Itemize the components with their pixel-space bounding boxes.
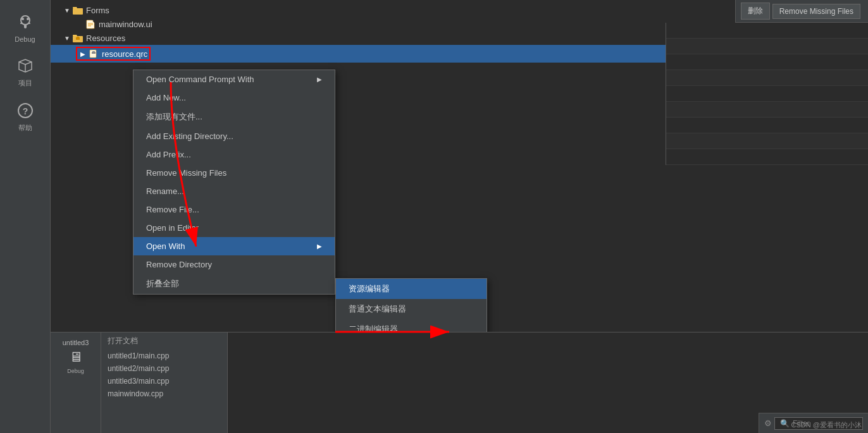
right-content-rows: [666, 23, 868, 165]
watermark: CSDN @爱看书的小沐: [791, 420, 862, 430]
context-menu-item-fold-all[interactable]: 折叠全部: [133, 274, 335, 294]
submenu-item-resource-editor[interactable]: 资源编辑器: [336, 279, 487, 299]
svg-rect-4: [20, 23, 23, 24]
svg-rect-3: [24, 24, 27, 28]
forms-label: Forms: [86, 6, 109, 15]
bottom-sidebar-section: untitled3 🖥 Debug: [51, 332, 101, 433]
submenu-item-binary-editor[interactable]: 二进制编辑器: [336, 319, 487, 332]
svg-point-1: [22, 18, 24, 20]
text-editor-label: 普通文本编辑器: [349, 304, 406, 314]
sidebar-project-label: 项目: [18, 78, 32, 88]
add-existing-file-label: 添加现有文件...: [146, 111, 202, 123]
main-area: ▼ Forms mainwindow.ui: [51, 0, 868, 433]
bottom-sidebar-icon: 🖥: [69, 349, 83, 365]
project-icon: [15, 56, 35, 76]
context-menu-item-add-existing-file[interactable]: 添加现有文件...: [133, 107, 335, 127]
remove-missing-button[interactable]: Remove Missing Files: [772, 4, 860, 19]
svg-rect-5: [28, 23, 30, 24]
add-existing-dir-label: Add Existing Directory...: [146, 131, 233, 141]
bottom-list-item-3[interactable]: mainwindow.cpp: [101, 387, 227, 400]
svg-rect-19: [92, 51, 95, 52]
remove-missing-label: Remove Missing Files: [146, 168, 226, 178]
sidebar-item-debug-top[interactable]: Debug: [0, 6, 50, 49]
sidebar-item-help[interactable]: ? 帮助: [0, 94, 50, 139]
context-menu-item-add-prefix[interactable]: Add Prefix...: [133, 145, 335, 164]
debug-top-icon: [15, 13, 35, 33]
svg-text:?: ?: [22, 106, 28, 116]
context-menu-item-remove-directory[interactable]: Remove Directory: [133, 255, 335, 274]
add-prefix-label: Add Prefix...: [146, 150, 191, 159]
svg-rect-9: [73, 8, 83, 15]
bottom-sidebar-sublabel: Debug: [67, 368, 84, 374]
bottom-list-item-1[interactable]: untitled2/main.cpp: [101, 362, 227, 375]
delete-button[interactable]: 删除: [741, 3, 770, 20]
resources-arrow: ▼: [63, 34, 71, 42]
context-menu-item-open-with[interactable]: Open With ▶: [133, 237, 335, 255]
bottom-area: untitled3 🖥 Debug 打开文档 untitled1/main.cp…: [51, 332, 868, 433]
resource-qrc-label: resource.qrc: [102, 49, 147, 59]
resource-editor-label: 资源编辑器: [349, 284, 390, 293]
open-with-label: Open With: [146, 241, 185, 251]
mainwindow-file-icon: [85, 19, 96, 29]
binary-editor-label: 二进制编辑器: [349, 324, 398, 332]
rename-label: Rename...: [146, 186, 184, 196]
context-menu-item-add-new[interactable]: Add New...: [133, 88, 335, 107]
selected-resource-item[interactable]: ▶ resource.qrc: [76, 47, 151, 61]
bottom-section-label: 打开文档: [101, 332, 227, 350]
bottom-list-item-0[interactable]: untitled1/main.cpp: [101, 350, 227, 362]
forms-folder-icon: [73, 5, 83, 15]
context-menu-item-open-cmd[interactable]: Open Command Prompt With ▶: [133, 70, 335, 88]
open-cmd-label: Open Command Prompt With: [146, 75, 254, 84]
context-menu: Open Command Prompt With ▶ Add New... 添加…: [133, 70, 335, 295]
context-menu-item-remove-file[interactable]: Remove File...: [133, 200, 335, 219]
content-row-3: [666, 54, 868, 70]
context-menu-item-remove-missing[interactable]: Remove Missing Files: [133, 164, 335, 182]
resource-qrc-icon: [89, 49, 99, 59]
file-tree-area: ▼ Forms mainwindow.ui: [51, 0, 868, 332]
resources-folder-icon: [73, 33, 83, 43]
filter-search-icon: 🔍: [780, 419, 790, 428]
content-row-2: [666, 39, 868, 54]
bottom-list-item-2[interactable]: untitled3/main.cpp: [101, 375, 227, 387]
content-row-4: [666, 70, 868, 86]
open-cmd-arrow: ▶: [317, 76, 322, 83]
help-icon: ?: [15, 101, 35, 121]
content-row-7: [666, 118, 868, 133]
submenu-item-text-editor[interactable]: 普通文本编辑器: [336, 299, 487, 319]
open-in-editor-label: Open in Editor: [146, 223, 199, 233]
bottom-sidebar-label: untitled3: [63, 339, 89, 346]
content-row-5: [666, 86, 868, 102]
svg-point-2: [27, 18, 29, 20]
bottom-right: ⚙ 🔍: [228, 332, 868, 433]
content-row-8: [666, 133, 868, 149]
content-row-1: [666, 23, 868, 39]
context-menu-item-rename[interactable]: Rename...: [133, 182, 335, 200]
mainwindow-spacer: [76, 20, 84, 28]
sidebar-help-label: 帮助: [18, 123, 32, 133]
svg-rect-16: [77, 37, 79, 38]
sidebar-debug-top-label: Debug: [15, 35, 35, 43]
remove-file-label: Remove File...: [146, 205, 199, 214]
context-menu-item-open-in-editor[interactable]: Open in Editor: [133, 219, 335, 237]
right-toolbar: 删除 Remove Missing Files: [735, 0, 868, 23]
sidebar-item-project[interactable]: 项目: [0, 49, 50, 94]
fold-all-label: 折叠全部: [146, 278, 179, 290]
content-row-6: [666, 102, 868, 118]
remove-directory-label: Remove Directory: [146, 260, 212, 269]
bottom-list: 打开文档 untitled1/main.cpp untitled2/main.c…: [101, 332, 228, 433]
open-with-arrow: ▶: [317, 243, 322, 250]
resources-label: Resources: [86, 34, 125, 43]
forms-arrow: ▼: [63, 6, 71, 14]
sidebar: Debug 项目 ? 帮助: [0, 0, 51, 433]
add-new-label: Add New...: [146, 93, 186, 102]
submenu-open-with: 资源编辑器 普通文本编辑器 二进制编辑器: [335, 278, 487, 332]
resource-qrc-arrow: ▶: [79, 50, 87, 58]
context-menu-item-add-existing-dir[interactable]: Add Existing Directory...: [133, 127, 335, 145]
content-row-9: [666, 149, 868, 165]
gear-icon: ⚙: [764, 418, 772, 428]
mainwindow-label: mainwindow.ui: [99, 20, 152, 29]
